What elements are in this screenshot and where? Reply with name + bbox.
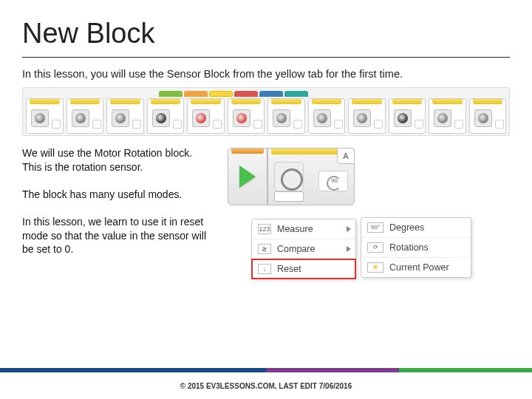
sensor-block-8[interactable]: [308, 98, 346, 134]
para-3: In this lesson, we learn to use it in re…: [22, 215, 214, 257]
measure-submenu: 90° Degrees ⟳ Rotations ⚡ Current Power: [361, 217, 471, 278]
sensor-block-6[interactable]: [228, 98, 265, 134]
submenu-power-label: Current Power: [389, 262, 449, 273]
sensor-block-5[interactable]: [187, 98, 225, 134]
submenu-rotations-label: Rotations: [389, 242, 429, 253]
compare-icon: ≷: [258, 244, 271, 254]
menu-measure-label: Measure: [277, 224, 313, 234]
submenu-degrees-label: Degrees: [389, 222, 424, 233]
palette-category-tabs: [159, 91, 506, 97]
sensor-block-3[interactable]: [106, 98, 144, 134]
tab-advanced[interactable]: [259, 91, 283, 97]
menu-reset-label: Reset: [277, 264, 301, 274]
sensor-block-11[interactable]: [429, 98, 466, 134]
rotation-icon: [274, 162, 304, 191]
reset-icon: ↓: [258, 264, 271, 274]
tab-flow[interactable]: [184, 91, 208, 97]
para-1: We will use the Motor Rotation block. Th…: [22, 146, 214, 174]
mode-selector[interactable]: [274, 191, 304, 202]
tab-data[interactable]: [234, 91, 258, 97]
tab-sensor[interactable]: [209, 91, 233, 97]
measure-icon: 123: [258, 224, 271, 234]
sensor-block-10[interactable]: [389, 98, 426, 134]
menu-measure[interactable]: 123 Measure: [252, 219, 355, 239]
sensor-block-1[interactable]: [26, 98, 64, 134]
power-icon: ⚡: [367, 262, 383, 273]
port-selector[interactable]: A: [337, 148, 355, 164]
para-2: The block has many useful modes.: [22, 188, 214, 202]
divider: [22, 57, 510, 58]
degrees-icon: 90°: [367, 222, 383, 233]
chevron-right-icon: [347, 246, 351, 252]
sensor-block-12[interactable]: [469, 98, 507, 134]
rotations-icon: ⟳: [367, 242, 383, 253]
sensor-block-2[interactable]: [66, 98, 104, 134]
tab-action[interactable]: [159, 91, 183, 97]
submenu-current-power[interactable]: ⚡ Current Power: [361, 258, 471, 277]
tab-myblocks[interactable]: [284, 91, 308, 97]
motor-rotation-block[interactable]: A 90: [267, 148, 355, 205]
mode-menu: 123 Measure ≷ Compare ↓ Reset: [251, 219, 356, 279]
sensor-block-7[interactable]: [267, 98, 305, 134]
block-palette: [22, 87, 510, 136]
play-icon: [239, 166, 256, 188]
sensor-block-9[interactable]: [348, 98, 386, 134]
program-snippet: A 90: [228, 148, 355, 205]
sensor-block-4[interactable]: [147, 98, 185, 134]
lesson-text: We will use the Motor Rotation block. Th…: [22, 146, 214, 316]
sensor-block-row: [26, 98, 506, 134]
menu-compare[interactable]: ≷ Compare: [252, 239, 355, 259]
submenu-degrees[interactable]: 90° Degrees: [361, 218, 471, 238]
start-block[interactable]: [228, 148, 267, 205]
output-degrees[interactable]: 90: [318, 171, 348, 191]
footer-stripe: [0, 368, 532, 372]
menu-compare-label: Compare: [277, 244, 315, 254]
menu-reset[interactable]: ↓ Reset: [252, 259, 355, 279]
footer-copyright: © 2015 EV3LESSONS.COM, LAST EDIT 7/06/20…: [0, 382, 532, 390]
chevron-right-icon: [347, 226, 351, 232]
submenu-rotations[interactable]: ⟳ Rotations: [361, 238, 471, 258]
intro-text: In this lesson, you will use the Sensor …: [22, 68, 510, 80]
slide-title: New Block: [22, 18, 510, 50]
